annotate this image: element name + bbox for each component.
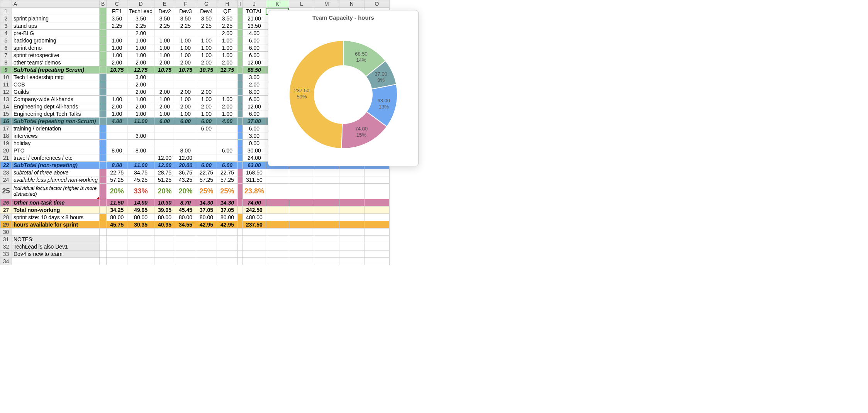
cell-O26[interactable] xyxy=(364,199,389,206)
cell-C1[interactable]: FE1 xyxy=(107,8,127,15)
cell-A32[interactable]: TechLead is also Dev1 xyxy=(12,243,100,251)
cell-G33[interactable] xyxy=(196,251,217,258)
cell-D14[interactable]: 2.00 xyxy=(127,103,154,110)
cell-C14[interactable]: 2.00 xyxy=(107,103,127,110)
cell-F6[interactable]: 1.00 xyxy=(175,44,196,52)
cell-J32[interactable] xyxy=(242,243,266,251)
cell-G8[interactable]: 2.00 xyxy=(196,59,217,66)
cell-G34[interactable] xyxy=(196,258,217,265)
cell-I30[interactable] xyxy=(237,229,242,236)
cell-K32[interactable] xyxy=(266,243,289,251)
col-header-B[interactable]: B xyxy=(99,0,106,8)
cell-C4[interactable] xyxy=(107,30,127,37)
row-header-17[interactable]: 17 xyxy=(0,125,12,132)
cell-B10[interactable] xyxy=(99,74,106,81)
cell-J22[interactable]: 63.00 xyxy=(242,162,266,169)
cell-F29[interactable]: 34.55 xyxy=(175,221,196,229)
cell-G12[interactable]: 2.00 xyxy=(196,88,217,96)
cell-F5[interactable]: 1.00 xyxy=(175,37,196,44)
cell-F17[interactable] xyxy=(175,125,196,132)
row-header-13[interactable]: 13 xyxy=(0,96,12,103)
cell-H15[interactable]: 1.00 xyxy=(217,110,237,118)
cell-E14[interactable]: 2.00 xyxy=(154,103,175,110)
cell-A26[interactable]: Other non-task time xyxy=(12,199,100,206)
cell-H29[interactable]: 42.95 xyxy=(217,221,237,229)
cell-F11[interactable] xyxy=(175,81,196,88)
cell-A9[interactable]: SubTotal (repeating Scrum) xyxy=(12,66,100,74)
cell-J16[interactable]: 37.00 xyxy=(242,118,266,125)
cell-J28[interactable]: 480.00 xyxy=(242,214,266,221)
cell-L33[interactable] xyxy=(289,251,314,258)
cell-B27[interactable] xyxy=(99,206,106,214)
cell-C6[interactable]: 1.00 xyxy=(107,44,127,52)
cell-A3[interactable]: stand ups xyxy=(12,22,100,30)
cell-F27[interactable]: 45.45 xyxy=(175,206,196,214)
cell-K27[interactable] xyxy=(266,206,289,214)
cell-I22[interactable] xyxy=(237,162,242,169)
cell-C20[interactable]: 8.00 xyxy=(107,147,127,154)
cell-M29[interactable] xyxy=(314,221,339,229)
cell-K34[interactable] xyxy=(266,258,289,265)
cell-D8[interactable]: 2.00 xyxy=(127,59,154,66)
cell-D21[interactable] xyxy=(127,154,154,162)
cell-D23[interactable]: 34.75 xyxy=(127,169,154,176)
cell-O28[interactable] xyxy=(364,214,389,221)
row-header-12[interactable]: 12 xyxy=(0,88,12,96)
cell-J8[interactable]: 12.00 xyxy=(242,59,266,66)
cell-F21[interactable]: 12.00 xyxy=(175,154,196,162)
cell-N24[interactable] xyxy=(339,176,364,184)
cell-D2[interactable]: 3.50 xyxy=(127,15,154,22)
cell-C11[interactable] xyxy=(107,81,127,88)
cell-F28[interactable]: 80.00 xyxy=(175,214,196,221)
row-header-7[interactable]: 7 xyxy=(0,52,12,59)
cell-C9[interactable]: 10.75 xyxy=(107,66,127,74)
cell-E28[interactable]: 80.00 xyxy=(154,214,175,221)
cell-A30[interactable] xyxy=(12,229,100,236)
cell-D15[interactable]: 1.00 xyxy=(127,110,154,118)
cell-B13[interactable] xyxy=(99,96,106,103)
cell-B19[interactable] xyxy=(99,140,106,147)
cell-F15[interactable]: 1.00 xyxy=(175,110,196,118)
cell-D28[interactable]: 80.00 xyxy=(127,214,154,221)
cell-G32[interactable] xyxy=(196,243,217,251)
cell-N28[interactable] xyxy=(339,214,364,221)
cell-N23[interactable] xyxy=(339,169,364,176)
row-header-10[interactable]: 10 xyxy=(0,74,12,81)
cell-J14[interactable]: 12.00 xyxy=(242,103,266,110)
cell-E34[interactable] xyxy=(154,258,175,265)
row-header-33[interactable]: 33 xyxy=(0,251,12,258)
cell-E12[interactable]: 2.00 xyxy=(154,88,175,96)
cell-B32[interactable] xyxy=(99,243,106,251)
cell-D24[interactable]: 45.25 xyxy=(127,176,154,184)
cell-D20[interactable]: 8.00 xyxy=(127,147,154,154)
cell-B29[interactable] xyxy=(99,221,106,229)
cell-B22[interactable] xyxy=(99,162,106,169)
cell-J15[interactable]: 6.00 xyxy=(242,110,266,118)
cell-J31[interactable] xyxy=(242,236,266,243)
cell-G20[interactable] xyxy=(196,147,217,154)
cell-H25[interactable]: 25% xyxy=(217,184,237,199)
cell-G25[interactable]: 25% xyxy=(196,184,217,199)
cell-F32[interactable] xyxy=(175,243,196,251)
cell-C8[interactable]: 2.00 xyxy=(107,59,127,66)
cell-I7[interactable] xyxy=(237,52,242,59)
cell-F7[interactable]: 1.00 xyxy=(175,52,196,59)
cell-O25[interactable] xyxy=(364,184,389,199)
cell-I4[interactable] xyxy=(237,30,242,37)
cell-E22[interactable]: 12.00 xyxy=(154,162,175,169)
cell-J25[interactable]: 23.8% xyxy=(242,184,266,199)
row-header-16[interactable]: 16 xyxy=(0,118,12,125)
cell-D29[interactable]: 30.35 xyxy=(127,221,154,229)
cell-E29[interactable]: 40.95 xyxy=(154,221,175,229)
cell-E20[interactable] xyxy=(154,147,175,154)
cell-K31[interactable] xyxy=(266,236,289,243)
cell-I24[interactable] xyxy=(237,176,242,184)
cell-B8[interactable] xyxy=(99,59,106,66)
row-header-11[interactable]: 11 xyxy=(0,81,12,88)
cell-F34[interactable] xyxy=(175,258,196,265)
cell-E15[interactable]: 1.00 xyxy=(154,110,175,118)
cell-C25[interactable]: 20% xyxy=(107,184,127,199)
cell-K33[interactable] xyxy=(266,251,289,258)
cell-K24[interactable] xyxy=(266,176,289,184)
col-header-G[interactable]: G xyxy=(196,0,217,8)
